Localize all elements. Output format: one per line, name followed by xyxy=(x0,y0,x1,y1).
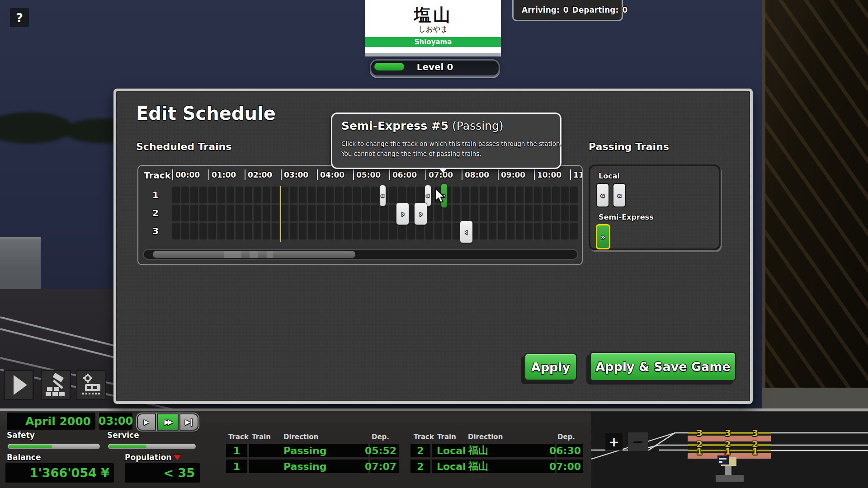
timeline-cell[interactable] xyxy=(462,187,469,203)
timeline-cell[interactable] xyxy=(543,223,551,239)
timeline-cell[interactable] xyxy=(389,187,397,203)
timeline-cell[interactable] xyxy=(281,223,288,239)
timeline-cell[interactable] xyxy=(317,223,325,239)
timeline-cell[interactable] xyxy=(199,187,207,203)
timeline-cell[interactable] xyxy=(245,187,252,203)
timeline-cell[interactable] xyxy=(308,205,316,221)
timeline-cell[interactable] xyxy=(570,223,578,239)
timeline-cell[interactable] xyxy=(534,223,542,239)
timeline-cell[interactable] xyxy=(226,205,234,221)
timeline-cell[interactable] xyxy=(299,187,307,203)
timeline-cell[interactable] xyxy=(480,223,487,239)
timeline-cell[interactable] xyxy=(507,205,514,221)
timeline-cell[interactable] xyxy=(471,187,478,203)
timeline-cell[interactable] xyxy=(344,223,352,239)
skip-button[interactable]: ▶| xyxy=(179,413,198,431)
timeline-cell[interactable] xyxy=(254,223,261,239)
timeline-cell[interactable] xyxy=(552,205,560,221)
timeline-cell[interactable] xyxy=(389,223,397,239)
timeline-cell[interactable] xyxy=(344,187,352,203)
timeline-cell[interactable] xyxy=(353,223,361,239)
train-marker[interactable]: › xyxy=(414,202,427,225)
timeline-cell[interactable] xyxy=(172,205,180,221)
timeline-cell[interactable] xyxy=(190,223,198,239)
minimap-zoom-in-button[interactable]: + xyxy=(605,433,623,450)
timeline-cell[interactable] xyxy=(353,205,361,221)
timeline-cell[interactable] xyxy=(190,187,198,203)
timeline-cell[interactable] xyxy=(326,205,334,221)
timeline-cell[interactable] xyxy=(236,205,243,221)
timeline-cell[interactable] xyxy=(317,205,325,221)
timeline-cell[interactable] xyxy=(489,187,496,203)
timeline-cell[interactable] xyxy=(272,187,279,203)
timeline-cell[interactable] xyxy=(507,223,514,239)
timeline-cell[interactable] xyxy=(362,223,370,239)
depot-button[interactable] xyxy=(76,370,106,400)
timeline-cell[interactable] xyxy=(172,223,180,239)
timeline-cell[interactable] xyxy=(380,223,388,239)
passing-train-button[interactable]: « xyxy=(613,183,626,207)
timeline-cell[interactable] xyxy=(326,187,334,203)
timeline-cell[interactable] xyxy=(245,205,252,221)
apply-save-game-button[interactable]: Apply & Save Game xyxy=(590,352,736,381)
timeline-cell[interactable] xyxy=(561,205,569,221)
timeline-cell[interactable] xyxy=(335,205,343,221)
timeline-cell[interactable] xyxy=(371,205,379,221)
timeline-cell[interactable] xyxy=(308,223,316,239)
timeline-cell[interactable] xyxy=(443,223,451,239)
timeline-cell[interactable] xyxy=(217,223,225,239)
timeline-cell[interactable] xyxy=(516,205,524,221)
timeline-cell[interactable] xyxy=(281,205,288,221)
timeline-cell[interactable] xyxy=(525,223,533,239)
timeline-cell[interactable] xyxy=(236,187,243,203)
timeline-cell[interactable] xyxy=(489,205,496,221)
timeline-cell[interactable] xyxy=(208,205,216,221)
train-marker[interactable]: ‹ xyxy=(460,221,473,243)
timeline-cell[interactable] xyxy=(516,223,524,239)
play-sidebar-button[interactable] xyxy=(4,370,34,400)
timeline-cell[interactable] xyxy=(226,187,234,203)
timeline-cell[interactable] xyxy=(525,187,533,203)
timeline-cell[interactable] xyxy=(236,223,243,239)
timeline-cell[interactable] xyxy=(172,187,180,203)
timeline-cell[interactable] xyxy=(254,187,261,203)
timeline-cell[interactable] xyxy=(335,223,343,239)
timeline-cell[interactable] xyxy=(317,187,325,203)
timeline-cell[interactable] xyxy=(362,187,370,203)
timeline-cell[interactable] xyxy=(263,205,270,221)
timeline-cell[interactable] xyxy=(498,205,505,221)
timeline-cell[interactable] xyxy=(570,187,578,203)
timeline-cell[interactable] xyxy=(263,187,270,203)
timeline-scrollbar[interactable] xyxy=(143,249,578,260)
timeline-cell[interactable] xyxy=(462,205,469,221)
timeline-cell[interactable] xyxy=(552,223,560,239)
timeline-cell[interactable] xyxy=(416,223,424,239)
timeline-cell[interactable] xyxy=(407,187,415,203)
timeline-cell[interactable] xyxy=(308,187,316,203)
timeline-cell[interactable] xyxy=(471,205,478,221)
minimap-zoom-out-button[interactable]: − xyxy=(628,432,648,451)
timeline-cell[interactable] xyxy=(434,205,442,221)
timeline-cell[interactable] xyxy=(181,187,189,203)
play-speed-button[interactable]: ▶ xyxy=(137,413,156,431)
timeline-cell[interactable] xyxy=(543,187,551,203)
fast-forward-button[interactable]: ▶▶ xyxy=(157,413,179,431)
timeline-cell[interactable] xyxy=(534,205,542,221)
timeline-cell[interactable] xyxy=(290,223,297,239)
timeline-cell[interactable] xyxy=(534,187,542,203)
timeline-cell[interactable] xyxy=(453,223,460,239)
timeline-cell[interactable] xyxy=(281,187,288,203)
train-marker[interactable]: « xyxy=(379,185,386,206)
timeline-cell[interactable] xyxy=(561,187,569,203)
construction-button[interactable] xyxy=(41,370,71,400)
apply-button[interactable]: Apply xyxy=(524,353,577,381)
passing-train-button[interactable]: » xyxy=(596,224,610,249)
timeline-cell[interactable] xyxy=(561,223,569,239)
timeline-cell[interactable] xyxy=(290,187,297,203)
timeline-cell[interactable] xyxy=(217,205,225,221)
timeline-cell[interactable] xyxy=(552,187,560,203)
timeline-cell[interactable] xyxy=(570,205,578,221)
train-marker[interactable]: › xyxy=(396,202,409,225)
scrollbar-thumb[interactable] xyxy=(153,251,355,258)
timeline-cell[interactable] xyxy=(380,205,388,221)
